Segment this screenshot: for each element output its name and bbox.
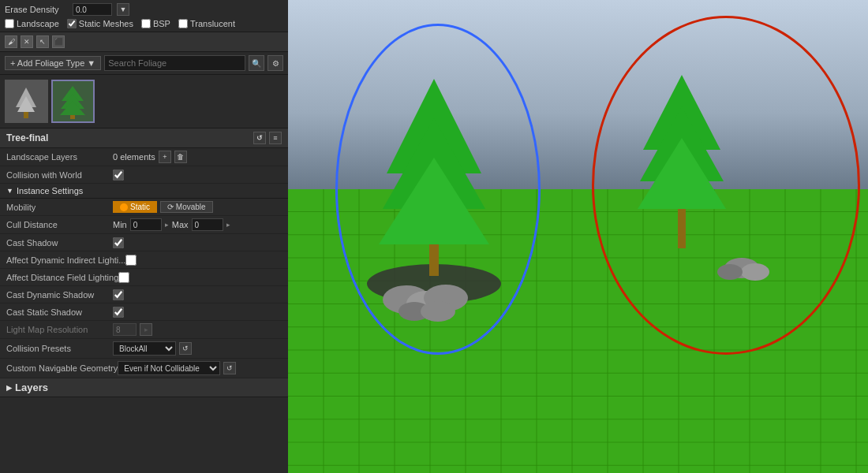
tree-final-header: Tree-final ↺ ≡ — [0, 128, 288, 148]
remove-layer-btn[interactable]: 🗑 — [174, 151, 187, 163]
paint-icon[interactable]: 🖌 — [5, 35, 17, 48]
foliage-thumb-2[interactable] — [51, 80, 95, 123]
custom-nav-geometry-label: Custom Navigable Geometry — [6, 363, 118, 373]
affect-distance-value — [118, 272, 282, 283]
cull-distance-value: Min ▸ Max ▸ — [113, 218, 282, 231]
landscape-checkbox[interactable] — [5, 19, 14, 28]
cull-min-label: Min — [113, 220, 127, 229]
static-meshes-checkbox[interactable] — [67, 19, 77, 28]
mobility-value: Static ⟳ Movable — [113, 201, 282, 213]
thumb1-tree-svg — [9, 84, 44, 119]
select-icon[interactable]: ↖ — [36, 35, 49, 48]
cull-distance-row: Cull Distance Min ▸ Max ▸ — [0, 216, 288, 234]
collapse-triangle-icon: ▼ — [6, 187, 13, 195]
foliage-thumb-1[interactable] — [5, 80, 48, 123]
thumb2-tree-svg — [55, 84, 91, 119]
cast-dynamic-shadow-value — [113, 289, 282, 300]
landscape-layers-row: Landscape Layers 0 elements + 🗑 — [0, 148, 288, 166]
movable-label: Movable — [176, 203, 206, 211]
cull-min-arrow: ▸ — [165, 221, 169, 229]
landscape-layers-value: 0 elements + 🗑 — [113, 151, 282, 163]
add-foliage-label: + Add Foliage Type — [10, 58, 84, 68]
layers-header[interactable]: ▶ Layers — [0, 378, 288, 397]
cull-max-arrow: ▸ — [226, 221, 230, 229]
header-menu-icon[interactable]: ≡ — [269, 132, 282, 144]
checkboxes-row: Landscape Static Meshes BSP Translucent — [5, 19, 283, 28]
custom-nav-geometry-value: Even if Not Collidable Never Default ↺ — [118, 361, 282, 375]
affect-distance-checkbox[interactable] — [118, 272, 129, 283]
cast-static-shadow-label: Cast Static Shadow — [6, 307, 113, 317]
collision-presets-reset[interactable]: ↺ — [179, 342, 192, 355]
right-panel — [288, 0, 868, 473]
bsp-checkbox-item: BSP — [141, 19, 170, 28]
affect-dynamic-row: Affect Dynamic Indirect Lighti... — [0, 251, 288, 269]
fill-icon[interactable]: ⬛ — [52, 35, 65, 48]
cull-min-input[interactable] — [130, 218, 162, 231]
lightmap-input — [113, 323, 137, 336]
add-foliage-button[interactable]: + Add Foliage Type ▼ — [5, 56, 101, 70]
top-toolbar: Erase Density ▼ Landscape Static Meshes … — [0, 0, 288, 32]
mobility-row: Mobility Static ⟳ Movable — [0, 199, 288, 216]
search-foliage-input[interactable] — [104, 55, 245, 71]
add-layer-btn[interactable]: + — [159, 151, 171, 163]
instance-settings-header[interactable]: ▼ Instance Settings — [0, 184, 288, 199]
lightmap-resolution-row: Light Map Resolution ▸ — [0, 321, 288, 339]
static-meshes-checkbox-item: Static Meshes — [67, 19, 133, 28]
cull-distance-label: Cull Distance — [6, 220, 113, 229]
collision-world-checkbox[interactable] — [113, 169, 124, 181]
instance-settings-title: Instance Settings — [17, 186, 83, 196]
custom-nav-geometry-dropdown[interactable]: Even if Not Collidable Never Default — [118, 361, 220, 375]
nav-geometry-reset[interactable]: ↺ — [223, 362, 236, 374]
cast-shadow-checkbox[interactable] — [113, 237, 124, 248]
translucent-checkbox-item: Translucent — [178, 19, 235, 28]
cast-shadow-label: Cast Shadow — [6, 238, 113, 248]
affect-dynamic-checkbox[interactable] — [125, 255, 137, 266]
header-icons: ↺ ≡ — [253, 132, 282, 144]
movable-icon: ⟳ — [167, 203, 174, 211]
cast-static-shadow-row: Cast Static Shadow — [0, 304, 288, 321]
foliage-options-icon[interactable]: ⚙ — [268, 55, 283, 71]
cast-dynamic-shadow-label: Cast Dynamic Shadow — [6, 290, 113, 300]
movable-button[interactable]: ⟳ Movable — [160, 201, 213, 213]
svg-marker-40 — [387, 79, 481, 173]
static-label: Static — [130, 203, 150, 211]
layers-label: Layers — [15, 382, 48, 393]
translucent-label: Translucent — [190, 19, 235, 28]
collision-world-label: Collision with World — [6, 170, 113, 180]
affect-dynamic-label: Affect Dynamic Indirect Lighti... — [6, 255, 125, 265]
left-panel: Erase Density ▼ Landscape Static Meshes … — [0, 0, 288, 473]
erase-density-spinner[interactable]: ▼ — [117, 3, 129, 16]
collision-presets-label: Collision Presets — [6, 344, 113, 353]
cast-static-shadow-checkbox[interactable] — [113, 307, 124, 318]
svg-rect-2 — [24, 112, 28, 118]
ground-plane — [288, 166, 868, 473]
viewport[interactable] — [288, 0, 868, 473]
translucent-checkbox[interactable] — [178, 19, 188, 28]
static-dot-icon — [120, 203, 128, 211]
affect-distance-row: Affect Distance Field Lighting — [0, 269, 288, 286]
erase-density-input[interactable] — [73, 3, 112, 16]
svg-rect-37 — [288, 0, 868, 189]
collision-presets-dropdown[interactable]: BlockAll NoCollision OverlapAll — [113, 341, 176, 356]
search-icon[interactable]: 🔍 — [249, 55, 264, 71]
static-button[interactable]: Static — [113, 201, 157, 213]
erase-icon[interactable]: ✕ — [21, 35, 33, 48]
icon-toolbar: 🖌 ✕ ↖ ⬛ — [0, 32, 288, 52]
ground-svg — [288, 166, 868, 473]
header-refresh-icon[interactable]: ↺ — [253, 132, 266, 144]
dropdown-arrow-icon: ▼ — [87, 58, 95, 68]
cull-max-input[interactable] — [192, 218, 223, 231]
bsp-checkbox[interactable] — [141, 19, 151, 28]
cast-dynamic-shadow-checkbox[interactable] — [113, 289, 124, 300]
custom-nav-geometry-row: Custom Navigable Geometry Even if Not Co… — [0, 359, 288, 378]
layers-collapse-icon: ▶ — [6, 384, 12, 392]
landscape-label: Landscape — [17, 19, 59, 28]
collision-world-row: Collision with World — [0, 166, 288, 184]
affect-dynamic-value — [125, 255, 282, 266]
erase-density-label: Erase Density — [5, 5, 68, 14]
cast-shadow-value — [113, 237, 282, 248]
lightmap-value: ▸ — [113, 323, 282, 336]
landscape-layers-label: Landscape Layers — [6, 152, 113, 162]
foliage-bar: + Add Foliage Type ▼ 🔍 ⚙ — [0, 52, 288, 75]
svg-rect-6 — [70, 115, 75, 119]
